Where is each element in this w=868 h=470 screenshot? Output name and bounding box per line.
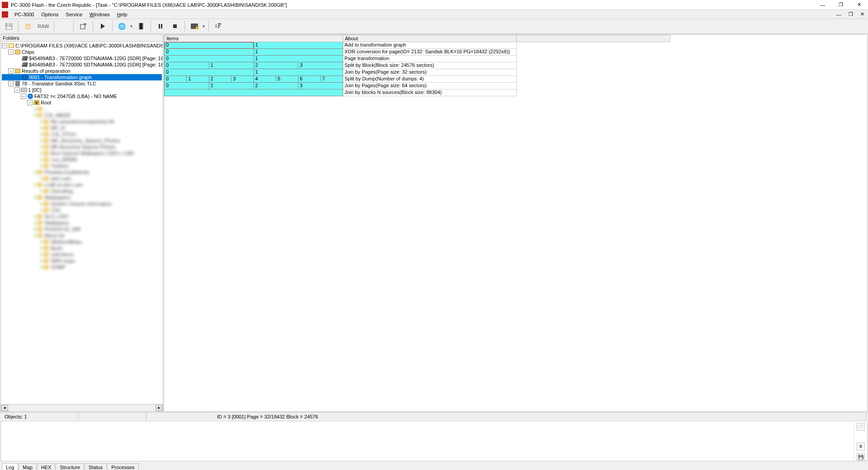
toolbar-stop-button[interactable] xyxy=(168,20,182,33)
transformation-grid[interactable]: ItemsAbout01Add to transformation graph0… xyxy=(164,35,670,96)
toolbar-sort-button[interactable] xyxy=(212,20,225,33)
toolbar-pause-button[interactable] xyxy=(154,20,167,33)
tree-blurred-item[interactable]: +About da xyxy=(2,232,162,239)
grid-row[interactable]: 01Join by Pages(Page size: 32 sectors) xyxy=(165,69,670,76)
menu-options[interactable]: Options xyxy=(38,11,62,18)
tree-blurred-item[interactable]: +Walkpapers xyxy=(2,194,162,201)
toolbar-export-button[interactable] xyxy=(76,20,90,33)
folder-tree[interactable]: − C:\PROGRAM FILES (X86)\ACE LAB\PC-3000… xyxy=(1,42,163,404)
svg-rect-2 xyxy=(161,24,162,28)
toolbar-aux1-button[interactable] xyxy=(57,20,71,33)
tab-log[interactable]: Log xyxy=(2,463,18,470)
tree-blurred-item[interactable]: +CSI_AB565 xyxy=(2,112,162,118)
tree-blurred-item[interactable]: +MP_th xyxy=(2,125,162,131)
tree-blurred-item[interactable]: +Bom Spaces Wallpapers 1920 x 1280 xyxy=(2,150,162,156)
tree-blurred-item[interactable]: +MK Amuremy Spaces Photos xyxy=(2,144,162,150)
scroll-right-icon[interactable]: ► xyxy=(156,405,163,411)
tree-drive[interactable]: − 1 [0C] xyxy=(2,87,162,93)
collapse-icon[interactable]: − xyxy=(27,100,33,105)
toolbar-save-button[interactable]: 💾 xyxy=(2,20,15,33)
toolbar-signal-button[interactable]: 📶 xyxy=(21,20,35,33)
tree-blurred-item[interactable]: +PH2019 02_008 xyxy=(2,226,162,232)
close-button[interactable]: ✕ xyxy=(850,0,868,9)
col-about[interactable]: About xyxy=(343,35,517,42)
tree-root[interactable]: − R Root xyxy=(2,99,162,106)
tree-blurred-item[interactable]: +Osmolling xyxy=(2,188,162,194)
tree-blurred-item[interactable]: +file vanerahnumsapiehols 04 xyxy=(2,118,162,125)
tree-blurred-item[interactable]: +who Lam xyxy=(2,175,162,182)
log-content[interactable] xyxy=(1,421,854,461)
maximize-button[interactable]: ❐ xyxy=(832,0,850,9)
tree-fat32[interactable]: − i FAT32 =< 2047GB (LBA) - NO NAME xyxy=(2,93,162,99)
tree-blurred-item[interactable]: +CSI_STOm xyxy=(2,131,162,137)
scroll-left-icon[interactable]: ◄ xyxy=(1,405,8,411)
menu-pc3000[interactable]: PC-3000 xyxy=(11,11,38,18)
tab-hex[interactable]: HEX xyxy=(37,463,56,470)
tree-blurred-item[interactable]: +WelherelBops xyxy=(2,239,162,245)
tab-map[interactable]: Map xyxy=(19,463,36,470)
tab-structure[interactable]: Structure xyxy=(56,463,84,470)
grid-row[interactable]: Join by blocks N sources(Block size: 983… xyxy=(165,89,670,96)
log-save-button[interactable]: 💾 xyxy=(857,453,865,461)
child-close-button[interactable]: ✕ xyxy=(857,10,868,18)
col-items[interactable]: Items xyxy=(165,35,343,42)
tree-blurred-item[interactable]: +Yankton xyxy=(2,163,162,169)
child-app-icon xyxy=(2,11,8,18)
menu-windows[interactable]: Windows xyxy=(86,11,113,18)
folder-hscrollbar[interactable]: ◄ ► xyxy=(1,404,163,411)
collapse-icon[interactable]: − xyxy=(2,43,7,48)
tree-blurred-items: +... +CSI_AB565+file vanerahnumsapiehols… xyxy=(2,106,162,270)
tree-blurred-item[interactable]: +a NB at who Lam xyxy=(2,182,162,188)
tree-chip-1[interactable]: $45489AB3 - 7E720000 SDTNAIAMA-120G [SDR… xyxy=(2,55,162,61)
collapse-icon[interactable]: − xyxy=(14,87,20,93)
tree-blurred-item[interactable]: +System Volume Information xyxy=(2,201,162,207)
tab-processes[interactable]: Processes xyxy=(107,463,138,470)
toolbar-globe-button[interactable]: 🌐▼ xyxy=(115,20,133,33)
tree-chips[interactable]: − Chips xyxy=(2,49,162,55)
tree-blurred-item[interactable]: +SMS maps xyxy=(2,258,162,264)
folders-header: Folders xyxy=(1,35,163,42)
toolbar-raw-label[interactable]: RAW xyxy=(36,24,51,29)
toolbar-chip-button[interactable] xyxy=(134,20,148,33)
tree-blurred-item[interactable]: +NLO_CRIT xyxy=(2,213,162,220)
toolbar-chipdd-button[interactable]: ▼ xyxy=(188,20,206,33)
collapse-icon[interactable]: − xyxy=(21,94,26,99)
tree-chip-2[interactable]: $45489AB3 - 7E720000 SDTNAIAMA-120G [SDR… xyxy=(2,61,162,68)
toolbar: 💾 📶 RAW 🌐▼ ▼ xyxy=(0,19,868,34)
tree-blurred-item[interactable]: +CSn xyxy=(2,207,162,213)
tree-blurred-item[interactable]: +Wallpapers xyxy=(2,220,162,226)
log-pause-button[interactable]: ⏸ xyxy=(857,442,865,450)
tree-blurred-item[interactable]: +onEnforce xyxy=(2,251,162,258)
app-icon xyxy=(2,2,8,8)
collapse-icon[interactable]: − xyxy=(8,81,14,86)
log-copy-button[interactable]: 📄 xyxy=(857,423,865,431)
child-minimize-button[interactable]: — xyxy=(833,11,845,18)
tab-status[interactable]: Status xyxy=(85,463,107,470)
collapse-icon[interactable]: − xyxy=(8,49,14,55)
collapse-icon[interactable]: − xyxy=(8,68,14,74)
menu-help[interactable]: Help xyxy=(113,11,131,18)
grid-row[interactable]: 0123Join by Pages(Page size: 64 sectors) xyxy=(165,83,670,89)
tree-blurred-item[interactable]: +Phoebia Kualtoforbs xyxy=(2,169,162,175)
grid-about-cell: Join by blocks N sources(Block size: 983… xyxy=(343,89,517,96)
menu-service[interactable]: Service xyxy=(62,11,86,18)
tree-task-root[interactable]: − C:\PROGRAM FILES (X86)\ACE LAB\PC-3000… xyxy=(2,42,162,49)
grid-about-cell: Page transformation xyxy=(343,56,517,62)
tree-blurred-item[interactable]: +... xyxy=(2,106,162,112)
grid-row[interactable]: 01234567Split by Dump(Number of dumps: 4… xyxy=(165,76,670,83)
tree-transformation-graph[interactable]: 0001 - Transformation graph xyxy=(2,74,162,80)
grid-row[interactable]: 01Page transformation xyxy=(165,56,670,62)
tree-translator[interactable]: − 78 - Translator Sandisk 8Sec TLC xyxy=(2,80,162,87)
minimize-button[interactable]: — xyxy=(814,0,832,9)
tree-blurred-item[interactable]: +SOMP xyxy=(2,264,162,270)
child-restore-button[interactable]: ❐ xyxy=(845,10,857,18)
tree-blurred-item[interactable]: +MK_Amuremy_Spaces_Photos xyxy=(2,137,162,144)
grid-row[interactable]: 01XOR conversion for page(ID= 2132: Sand… xyxy=(165,49,670,56)
toolbar-play-button[interactable] xyxy=(96,20,109,33)
grid-row[interactable]: 01Add to transformation graph xyxy=(165,42,670,49)
grid-about-cell: XOR conversion for page(ID= 2132: Sandis… xyxy=(343,49,517,56)
tree-blurred-item[interactable]: +Banh xyxy=(2,245,162,251)
grid-row[interactable]: 0123Split by Block(Block size: 24576 sec… xyxy=(165,62,670,69)
tree-blurred-item[interactable]: +Los_DR888 xyxy=(2,156,162,163)
tree-results[interactable]: − Results of preparation xyxy=(2,68,162,74)
